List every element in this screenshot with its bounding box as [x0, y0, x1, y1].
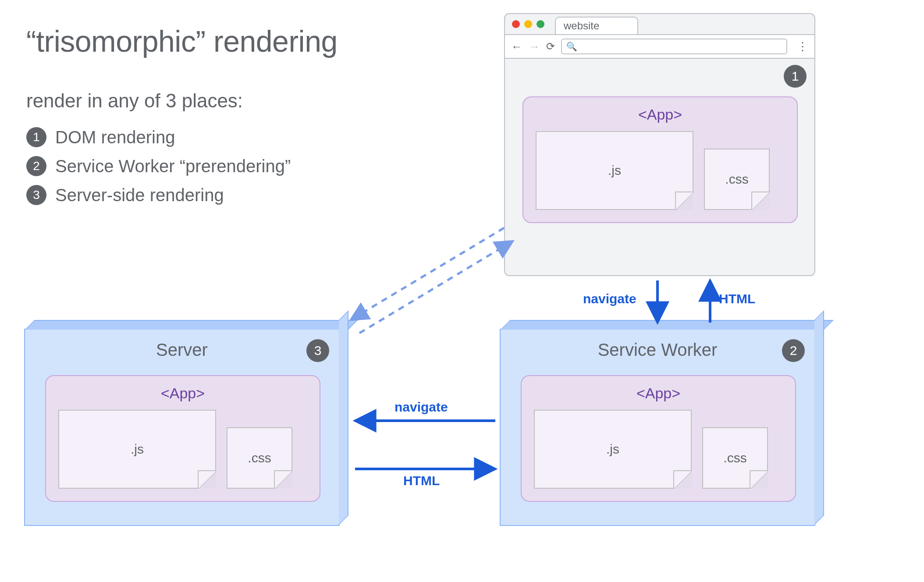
server-box: Server 3 <App> .js .css: [24, 329, 340, 526]
list-item: 2 Service Worker “prerendering”: [26, 156, 291, 176]
browser-toolbar: ← → ⟳ 🔍 ⋮: [505, 34, 814, 59]
minimize-icon: [524, 20, 532, 28]
app-card-server: <App> .js .css: [45, 375, 320, 502]
file-css: .css: [702, 427, 768, 489]
diagram-title: “trisomorphic” rendering: [26, 24, 338, 58]
service-worker-badge: 2: [782, 339, 805, 362]
diagram-subtitle: render in any of 3 places:: [26, 90, 243, 112]
forward-icon: →: [529, 40, 540, 53]
list-badge-3: 3: [26, 185, 46, 205]
list-badge-1: 1: [26, 127, 46, 147]
maximize-icon: [537, 20, 544, 28]
close-icon: [512, 20, 520, 28]
browser-badge: 1: [784, 65, 807, 88]
flow-label-html-horiz: HTML: [403, 473, 440, 488]
app-label: <App>: [536, 106, 785, 123]
list-item: 3 Server-side rendering: [26, 185, 291, 205]
file-css: .css: [227, 427, 292, 489]
list-badge-2: 2: [26, 156, 46, 176]
file-js: .js: [534, 410, 692, 489]
file-css: .css: [704, 149, 770, 210]
list-label: Service Worker “prerendering”: [55, 156, 291, 176]
server-title: Server: [25, 330, 339, 360]
flow-label-navigate-vert: navigate: [583, 291, 636, 306]
app-label: <App>: [534, 385, 783, 402]
svg-line-4: [351, 228, 504, 320]
app-label: <App>: [58, 385, 307, 402]
traffic-lights: [512, 20, 544, 28]
tab-label: website: [564, 20, 599, 32]
places-list: 1 DOM rendering 2 Service Worker “preren…: [26, 127, 291, 205]
back-icon: ←: [511, 40, 522, 53]
browser-tab: website: [555, 17, 638, 34]
list-label: DOM rendering: [55, 128, 175, 147]
flow-label-html-vert: HTML: [719, 291, 755, 306]
app-card-sw: <App> .js .css: [521, 375, 796, 502]
file-js: .js: [58, 410, 216, 489]
file-js: .js: [536, 131, 693, 210]
app-card-browser: <App> .js .css: [522, 96, 798, 223]
menu-icon: ⋮: [793, 40, 808, 53]
url-bar: 🔍: [561, 39, 787, 54]
list-item: 1 DOM rendering: [26, 127, 291, 147]
browser-window: website ← → ⟳ 🔍 ⋮ 1 <App> .js .css: [504, 13, 815, 276]
search-icon: 🔍: [566, 41, 577, 52]
server-badge: 3: [306, 339, 329, 362]
reload-icon: ⟳: [546, 40, 555, 53]
list-label: Server-side rendering: [55, 185, 224, 205]
flow-label-navigate-horiz: navigate: [394, 400, 448, 415]
svg-line-5: [359, 241, 513, 333]
service-worker-box: Service Worker 2 <App> .js .css: [500, 329, 815, 526]
service-worker-title: Service Worker: [501, 330, 814, 360]
